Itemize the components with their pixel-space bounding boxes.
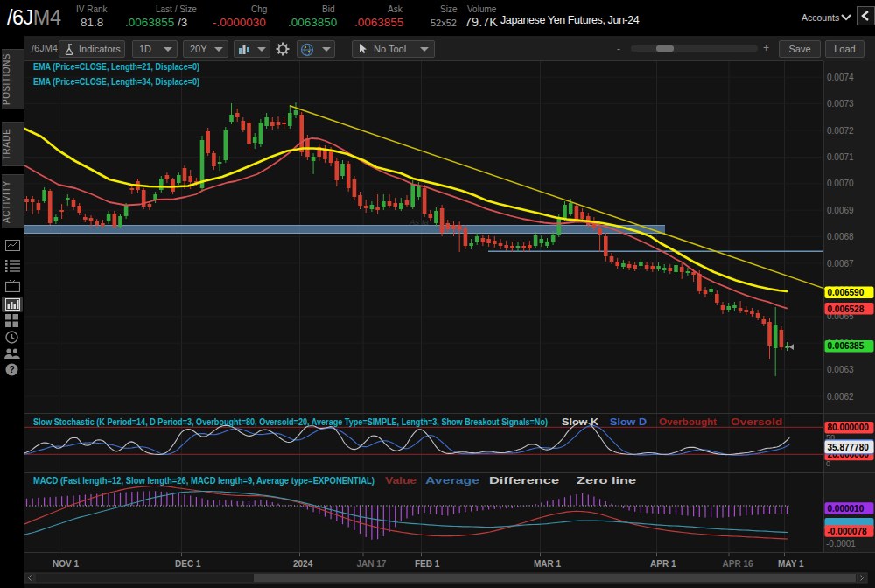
svg-text:0.006528: 0.006528	[828, 304, 864, 314]
svg-text:0.0073: 0.0073	[827, 99, 854, 108]
svg-text:Oversold: Oversold	[731, 416, 782, 427]
svg-text:MAY 1: MAY 1	[778, 559, 804, 569]
svg-text:MACD (Fast length=12, Slow len: MACD (Fast length=12, Slow length=26, MA…	[33, 476, 374, 486]
svg-text:DEC 1: DEC 1	[175, 559, 201, 569]
svg-text:0.0063: 0.0063	[827, 365, 854, 374]
svg-text:0.0074: 0.0074	[827, 73, 854, 82]
svg-text:NOV 1: NOV 1	[52, 559, 79, 569]
svg-text:Average: Average	[425, 475, 480, 486]
svg-text:0.0070: 0.0070	[827, 178, 854, 188]
svg-text:0.0068: 0.0068	[827, 232, 854, 242]
svg-text:APR 1: APR 1	[650, 559, 676, 569]
svg-text:APR 16: APR 16	[723, 559, 753, 569]
svg-text:MAR 1: MAR 1	[534, 559, 562, 569]
svg-text:0.0067: 0.0067	[827, 259, 854, 269]
svg-text:0.0072: 0.0072	[827, 126, 854, 136]
svg-text:80.000000: 80.000000	[828, 423, 870, 432]
svg-text:Slow K: Slow K	[562, 416, 598, 427]
svg-text:0.0069: 0.0069	[827, 206, 854, 215]
svg-text:0.0071: 0.0071	[827, 152, 854, 162]
svg-text:0.0062: 0.0062	[827, 392, 854, 402]
svg-text:0.000010: 0.000010	[828, 504, 864, 514]
svg-text:35.877780: 35.877780	[828, 443, 870, 452]
svg-text:Slow Stochastic (K Period=14,: Slow Stochastic (K Period=14, D Period=3…	[33, 417, 548, 427]
svg-text:Value: Value	[385, 475, 416, 486]
svg-text:50: 50	[826, 433, 835, 442]
svg-text:0.006385: 0.006385	[828, 341, 864, 351]
svg-text:FEB 1: FEB 1	[415, 559, 440, 569]
svg-text:-0.000078: -0.000078	[828, 527, 867, 536]
svg-text:0: 0	[826, 459, 830, 468]
svg-text:0.006590: 0.006590	[828, 288, 864, 298]
svg-text:?: ?	[9, 365, 14, 374]
svg-text:JAN 17: JAN 17	[357, 559, 387, 569]
svg-text:EMA (Price=CLOSE, Length=21, D: EMA (Price=CLOSE, Length=21, Displace=0)	[33, 61, 200, 72]
svg-text:-0.0001: -0.0001	[826, 539, 856, 549]
svg-text:2024: 2024	[293, 559, 313, 569]
svg-text:Zero line: Zero line	[577, 475, 636, 486]
svg-text:EMA (Price=CLOSE, Length=34, D: EMA (Price=CLOSE, Length=34, Displace=0)	[33, 76, 200, 87]
svg-text:Overbought: Overbought	[659, 416, 718, 427]
svg-text:Slow D: Slow D	[610, 416, 647, 427]
svg-text:Difference: Difference	[489, 475, 559, 486]
